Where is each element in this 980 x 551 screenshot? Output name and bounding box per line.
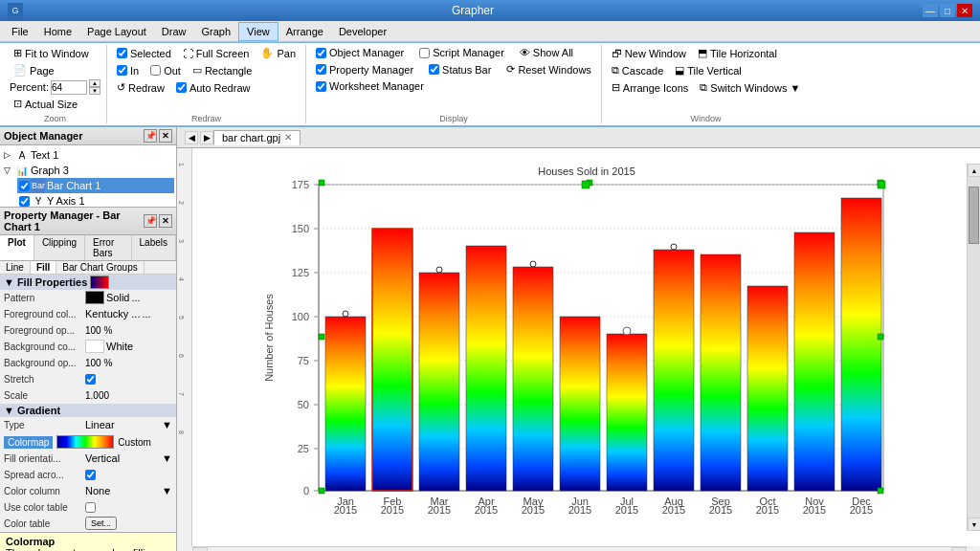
status-bar-button[interactable]: Status Bar bbox=[425, 61, 495, 77]
script-manager-button[interactable]: Script Manager bbox=[415, 45, 508, 60]
redraw-button[interactable]: ↺ Redraw bbox=[113, 79, 168, 96]
out-checkbox[interactable] bbox=[150, 65, 161, 76]
reset-windows-button[interactable]: ⟳ Reset Windows bbox=[502, 61, 594, 77]
tab-plot[interactable]: Plot bbox=[0, 235, 34, 260]
scroll-down-button[interactable]: ▼ bbox=[968, 518, 980, 531]
menu-home[interactable]: Home bbox=[36, 22, 79, 41]
chart-tab-close-button[interactable]: ✕ bbox=[284, 132, 292, 143]
in-checkbox[interactable] bbox=[117, 65, 127, 76]
status-bar-checkbox[interactable] bbox=[429, 64, 439, 75]
tree-item-barchart1[interactable]: Bar Bar Chart 1 bbox=[17, 178, 174, 193]
scroll-up-button[interactable]: ▲ bbox=[968, 164, 980, 177]
fit-to-window-button[interactable]: ⊞ Fit to Window bbox=[10, 45, 93, 61]
tree-item-graph3[interactable]: ▽ 📊 Graph 3 bbox=[2, 163, 174, 178]
zoom-out-button[interactable]: Out bbox=[146, 62, 185, 78]
cascade-button[interactable]: ⧉ Cascade bbox=[608, 62, 667, 78]
zoom-in-button[interactable]: In bbox=[113, 62, 143, 78]
scroll-left-button[interactable]: ◀ bbox=[192, 547, 208, 552]
prop-close-button[interactable]: ✕ bbox=[159, 214, 172, 228]
auto-redraw-checkbox[interactable] bbox=[176, 82, 187, 93]
percent-input[interactable] bbox=[51, 80, 87, 95]
tab-prev-button[interactable]: ◀ bbox=[185, 131, 198, 144]
panel-pin-button[interactable]: 📌 bbox=[144, 129, 157, 143]
yaxis1-checkbox[interactable] bbox=[19, 196, 30, 207]
panel-close-button[interactable]: ✕ bbox=[159, 129, 172, 143]
bar-dec[interactable] bbox=[841, 198, 881, 491]
bar-jul[interactable] bbox=[607, 334, 647, 491]
chart-tab-bar[interactable]: bar chart.gpj ✕ bbox=[213, 130, 301, 145]
selected-checkbox[interactable] bbox=[117, 48, 127, 58]
bar-feb[interactable] bbox=[372, 229, 412, 491]
auto-redraw-button[interactable]: Auto Redraw bbox=[172, 79, 255, 96]
maximize-button[interactable]: □ bbox=[940, 4, 955, 17]
subtab-line[interactable]: Line bbox=[0, 261, 31, 274]
color-table-set-button[interactable]: Set... bbox=[85, 517, 117, 530]
menu-draw[interactable]: Draw bbox=[154, 22, 194, 41]
switch-windows-button[interactable]: ⧉ Switch Windows ▼ bbox=[696, 79, 804, 96]
color-column-value: None ▼ bbox=[85, 485, 172, 496]
svg-rect-61 bbox=[878, 181, 885, 188]
expand-graph3[interactable]: ▽ bbox=[4, 165, 13, 175]
menu-page-layout[interactable]: Page Layout bbox=[79, 22, 154, 41]
bar-oct[interactable] bbox=[747, 286, 788, 491]
zoom-up-button[interactable]: ▲ bbox=[89, 79, 100, 87]
menu-arrange[interactable]: Arrange bbox=[278, 22, 331, 41]
use-color-table-checkbox[interactable] bbox=[85, 502, 96, 513]
bar-aug[interactable] bbox=[654, 250, 694, 491]
bar-apr[interactable] bbox=[466, 246, 506, 491]
colormap-selected-label[interactable]: Colormap bbox=[4, 436, 53, 449]
spread-checkbox[interactable] bbox=[85, 470, 96, 480]
barchart1-checkbox[interactable] bbox=[19, 181, 30, 191]
close-button[interactable]: ✕ bbox=[957, 4, 972, 17]
tree-item-yaxis1[interactable]: Y Y Axis 1 bbox=[17, 193, 174, 207]
tab-error-bars[interactable]: Error Bars bbox=[85, 235, 132, 260]
fill-orientation-dropdown[interactable]: ▼ bbox=[162, 452, 172, 464]
tile-vertical-button[interactable]: ⬓ Tile Vertical bbox=[671, 62, 745, 78]
subtab-fill[interactable]: Fill bbox=[31, 261, 56, 274]
page-button[interactable]: 📄 Page bbox=[10, 62, 58, 78]
new-window-button[interactable]: 🗗 New Window bbox=[608, 45, 690, 61]
worksheet-manager-checkbox[interactable] bbox=[316, 81, 326, 92]
title-bar: G Grapher — □ ✕ bbox=[0, 0, 980, 21]
bar-nov[interactable] bbox=[794, 232, 835, 491]
scroll-thumb-v[interactable] bbox=[969, 187, 979, 244]
property-manager-checkbox[interactable] bbox=[316, 64, 326, 75]
bar-may[interactable] bbox=[513, 267, 553, 491]
bar-jun[interactable] bbox=[560, 317, 600, 491]
actual-size-button[interactable]: ⊡ Actual Size bbox=[10, 96, 81, 112]
gradient-header[interactable]: ▼ Gradient bbox=[0, 404, 176, 417]
tab-labels[interactable]: Labels bbox=[132, 235, 176, 260]
zoom-down-button[interactable]: ▼ bbox=[89, 87, 100, 95]
pan-button[interactable]: ✋ Pan bbox=[256, 45, 300, 61]
expand-text1[interactable]: ▷ bbox=[4, 150, 13, 160]
type-dropdown[interactable]: ▼ bbox=[162, 419, 172, 430]
menu-developer[interactable]: Developer bbox=[331, 22, 394, 41]
prop-pin-button[interactable]: 📌 bbox=[144, 214, 157, 228]
tree-item-text1[interactable]: ▷ A Text 1 bbox=[2, 147, 174, 163]
bar-sep[interactable] bbox=[701, 254, 741, 491]
tile-horizontal-button[interactable]: ⬒ Tile Horizontal bbox=[694, 45, 781, 61]
menu-view[interactable]: View bbox=[238, 22, 278, 41]
object-manager-checkbox[interactable] bbox=[316, 48, 326, 58]
subtab-bar-chart-groups[interactable]: Bar Chart Groups bbox=[56, 261, 144, 274]
property-manager-button[interactable]: Property Manager bbox=[312, 61, 417, 77]
worksheet-manager-button[interactable]: Worksheet Manager bbox=[312, 78, 428, 94]
object-manager-button[interactable]: Object Manager bbox=[312, 45, 408, 60]
menu-graph[interactable]: Graph bbox=[194, 22, 239, 41]
bar-jan[interactable] bbox=[325, 317, 366, 491]
arrange-icons-button[interactable]: ⊟ Arrange Icons bbox=[608, 79, 692, 96]
fill-properties-header[interactable]: ▼ Fill Properties bbox=[0, 275, 176, 290]
tab-next-button[interactable]: ▶ bbox=[200, 131, 213, 144]
menu-file[interactable]: File bbox=[4, 22, 36, 41]
scroll-right-button[interactable]: ▶ bbox=[951, 547, 967, 552]
bar-mar[interactable] bbox=[419, 273, 459, 491]
minimize-button[interactable]: — bbox=[923, 4, 938, 17]
selected-button[interactable]: Selected bbox=[113, 45, 175, 61]
script-manager-checkbox[interactable] bbox=[419, 48, 430, 58]
stretch-checkbox[interactable] bbox=[85, 374, 96, 385]
rectangle-button[interactable]: ▭ Rectangle bbox=[189, 62, 256, 78]
show-all-button[interactable]: 👁 Show All bbox=[516, 45, 577, 60]
tab-clipping[interactable]: Clipping bbox=[34, 235, 85, 260]
full-screen-button[interactable]: ⛶ Full Screen bbox=[179, 45, 254, 61]
color-column-dropdown[interactable]: ▼ bbox=[162, 485, 172, 496]
